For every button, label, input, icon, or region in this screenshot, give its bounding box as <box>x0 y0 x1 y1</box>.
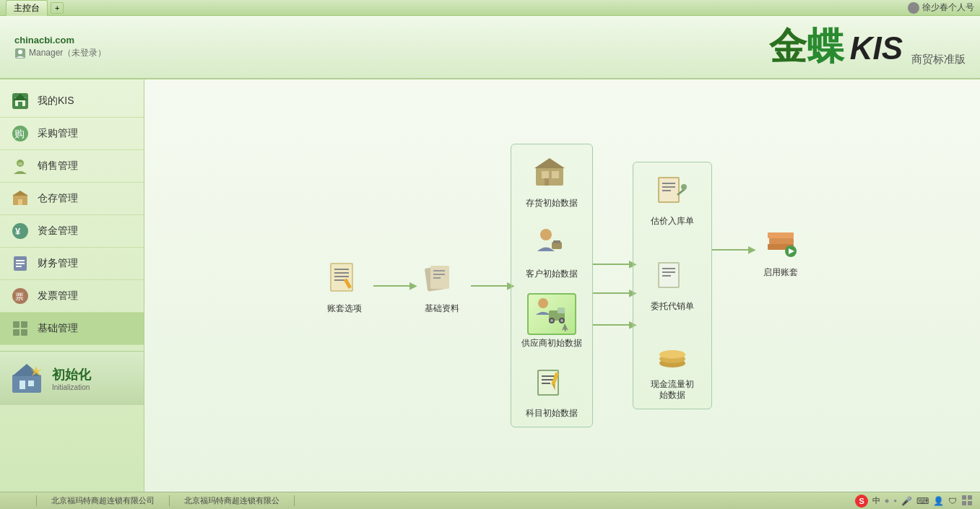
sidebar-item-purchase[interactable]: 购 采购管理 <box>0 118 144 150</box>
home-icon <box>10 91 30 111</box>
right-bracket: 估价入库单 委托代销单 <box>633 162 712 409</box>
arrow-2: ▶ <box>471 285 511 287</box>
basic-icon <box>10 318 30 339</box>
sidebar-item-finance[interactable]: ¥ 资金管理 <box>0 215 144 248</box>
svg-rect-21 <box>13 321 19 328</box>
status-center1: 北京福玛特商超连锁有限公司 <box>37 495 170 506</box>
logo-die: 蝶 <box>807 22 844 72</box>
svg-point-71 <box>681 184 687 190</box>
cart-icon: 购 <box>10 123 30 144</box>
arrows-middle-right: ▶ ▶ ▶ <box>593 246 633 326</box>
node-gongyinshang[interactable]: 供应商初始数据 <box>521 293 582 349</box>
status-bar: 北京福玛特商超连锁有限公司 北京福玛特商超连锁有限公 S 中 ◆ ● 🎤 ⌨ 👤… <box>0 492 980 509</box>
svg-rect-25 <box>12 375 41 393</box>
svg-rect-87 <box>968 495 972 500</box>
cunkuo-label: 存货初始数据 <box>526 198 578 209</box>
invoice-icon: 票 <box>10 286 30 306</box>
sidebar-item-basic[interactable]: 基础管理 <box>0 313 144 345</box>
svg-rect-69 <box>662 190 671 191</box>
status-icon-shield: 🛡 <box>948 496 957 506</box>
node-weituo[interactable]: 委托代销单 <box>643 255 701 313</box>
svg-rect-33 <box>334 272 349 274</box>
col-jichu: 基础资料 <box>413 257 471 315</box>
node-jichu[interactable]: 基础资料 <box>413 257 471 315</box>
svg-rect-40 <box>433 274 445 275</box>
middle-bracket: 存货初始数据 客户初始数据 <box>511 144 593 427</box>
sidebar-label-warehouse: 仓存管理 <box>38 192 78 205</box>
kemu-label: 科目初始数据 <box>526 408 578 419</box>
node-zhangao[interactable]: 账套选项 <box>316 257 373 315</box>
status-icon-zh: 中 <box>872 495 880 506</box>
node-kemu[interactable]: 科目初始数据 <box>523 362 581 419</box>
sidebar-label-finance: 资金管理 <box>38 225 78 238</box>
svg-rect-62 <box>542 383 550 384</box>
status-icon-dot2: ● <box>893 497 897 504</box>
svg-rect-35 <box>334 279 344 281</box>
svg-point-55 <box>550 319 553 322</box>
node-gujia[interactable]: 估价入库单 <box>643 170 701 227</box>
node-qiyong[interactable]: 启用账套 <box>752 221 810 279</box>
header-left: chinacbi.com Manager（未登录） <box>14 35 106 59</box>
manager-icon <box>14 48 26 59</box>
flow-diagram: 账套选项 ▶ <box>166 94 958 477</box>
svg-rect-17 <box>16 263 25 264</box>
svg-rect-34 <box>334 276 349 277</box>
svg-rect-49 <box>553 240 560 243</box>
sidebar-item-accounting[interactable]: 财务管理 <box>0 248 144 280</box>
svg-rect-67 <box>662 183 675 184</box>
top-bar: 主控台 + 徐少春个人号 <box>0 0 980 16</box>
sidebar-label-sales: 销售管理 <box>38 160 78 173</box>
sidebar-label-my-kis: 我的KIS <box>38 95 74 108</box>
sidebar-item-my-kis[interactable]: 我的KIS <box>0 85 144 118</box>
sidebar-init[interactable]: 初始化 Initialization <box>0 351 144 405</box>
status-icon-s: S <box>855 495 868 508</box>
svg-marker-11 <box>12 191 28 196</box>
svg-text:¥: ¥ <box>15 226 21 237</box>
svg-rect-45 <box>552 171 559 178</box>
svg-point-1 <box>18 50 22 54</box>
gongyinshang-icon <box>527 293 576 335</box>
sidebar-item-warehouse[interactable]: 仓存管理 <box>0 183 144 215</box>
svg-rect-22 <box>21 321 27 328</box>
finance-icon: ¥ <box>10 221 30 241</box>
zhangao-label: 账套选项 <box>327 303 362 315</box>
sales-icon <box>10 156 30 176</box>
warehouse-icon <box>10 188 30 209</box>
svg-rect-89 <box>968 501 972 505</box>
kemu-icon <box>530 362 573 405</box>
svg-rect-39 <box>433 270 445 271</box>
svg-rect-23 <box>13 329 19 336</box>
content: 账套选项 ▶ <box>144 79 980 492</box>
svg-point-80 <box>659 351 685 358</box>
qiyong-icon <box>759 221 802 264</box>
main-tab[interactable]: 主控台 <box>6 0 48 16</box>
svg-rect-76 <box>662 275 671 277</box>
sidebar-item-sales[interactable]: 销售管理 <box>0 150 144 183</box>
xianjin-label: 现金流量初始数据 <box>647 379 698 401</box>
col-zhangao: 账套选项 <box>316 257 373 315</box>
node-cunkuo[interactable]: 存货初始数据 <box>523 152 581 209</box>
xianjin-icon <box>651 333 694 376</box>
status-icon-keyboard: ⌨ <box>916 496 929 506</box>
svg-rect-75 <box>662 271 675 273</box>
logo-kis: KIS <box>850 30 903 66</box>
kis-logo: 金 蝶 KIS 商贸标准版 <box>769 22 966 72</box>
sidebar-item-invoice[interactable]: 票 发票管理 <box>0 280 144 313</box>
svg-rect-18 <box>16 266 22 267</box>
cunkuo-icon <box>530 152 573 195</box>
manager-label: Manager（未登录） <box>14 47 106 59</box>
logo-jin: 金 <box>769 22 807 72</box>
node-xianjin[interactable]: 现金流量初始数据 <box>643 333 701 401</box>
init-icon <box>9 360 45 396</box>
top-bar-right: 徐少春个人号 <box>908 1 974 14</box>
add-tab-button[interactable]: + <box>51 2 64 14</box>
svg-rect-41 <box>433 277 441 279</box>
main: 我的KIS 购 采购管理 销售管理 <box>0 79 980 492</box>
svg-rect-42 <box>536 167 563 186</box>
sidebar-label-accounting: 财务管理 <box>38 257 78 270</box>
gujia-icon <box>651 170 694 213</box>
logo-sub: 商贸标准版 <box>911 53 966 66</box>
node-kehu[interactable]: 客户初始数据 <box>523 222 581 280</box>
init-label: 初始化 <box>52 366 91 383</box>
svg-rect-16 <box>16 260 25 261</box>
